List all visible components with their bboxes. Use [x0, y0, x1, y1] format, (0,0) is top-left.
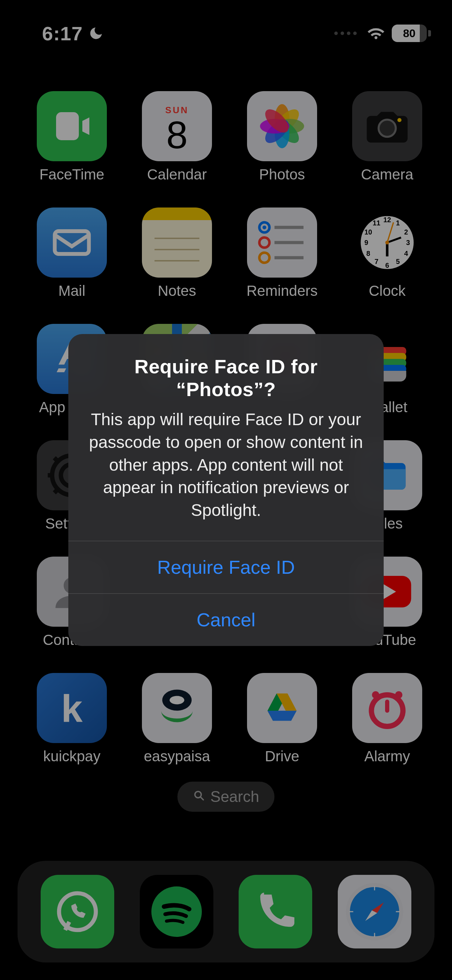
- require-faceid-button[interactable]: Require Face ID: [68, 541, 384, 593]
- alert-body: Require Face ID for “Photos”? This app w…: [68, 334, 384, 541]
- faceid-alert: Require Face ID for “Photos”? This app w…: [68, 334, 384, 646]
- alert-title: Require Face ID for “Photos”?: [86, 355, 366, 401]
- alert-message: This app will require Face ID or your pa…: [86, 408, 366, 522]
- cancel-button[interactable]: Cancel: [68, 593, 384, 646]
